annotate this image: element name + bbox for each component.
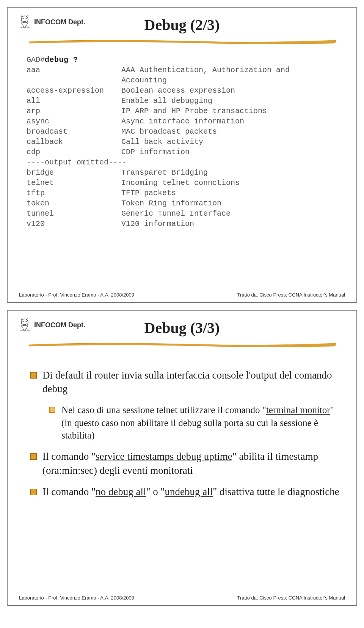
svg-point-5 bbox=[23, 321, 24, 322]
terminal-row: aaaAAA Authentication, Authorization and… bbox=[27, 65, 337, 85]
term-key: tunnel bbox=[27, 208, 121, 219]
term-desc: CDP information bbox=[121, 147, 190, 157]
terminal-row: bridgeTransparet Bridging bbox=[27, 167, 337, 178]
logo-icon: LA SAPIENZA bbox=[19, 15, 30, 29]
svg-point-6 bbox=[26, 321, 27, 322]
term-desc: Call back activity bbox=[121, 137, 203, 147]
term-desc: Generic Tunnel Interface bbox=[121, 208, 231, 219]
footer-right: Tratto da: Cisco Press: CCNA Instructor'… bbox=[237, 292, 345, 298]
term-desc: Incoming telnet connctions bbox=[121, 178, 240, 188]
svg-text:LA SAPIENZA: LA SAPIENZA bbox=[20, 26, 30, 28]
slide-footer: Laboratorio - Prof. Vincenzo Eramo - A.A… bbox=[19, 595, 345, 601]
dept-label: INFOCOM Dept. bbox=[34, 18, 85, 26]
term-key: access-expression bbox=[27, 85, 121, 96]
term-desc: Async interface information bbox=[121, 116, 244, 126]
term-key: tftp bbox=[27, 188, 121, 198]
bullet-4: Il comando "no debug all" o "undebug all… bbox=[30, 485, 341, 499]
term-key: telnet bbox=[27, 178, 121, 188]
term-desc: AAA Authentication, Authorization and Ac… bbox=[121, 65, 337, 85]
cmd-line: GAD#debug ? bbox=[27, 55, 337, 65]
terminal-row: cdpCDP information bbox=[27, 147, 337, 157]
terminal-row: broadcastMAC broadcast packets bbox=[27, 126, 337, 137]
term-desc: Enable all debugging bbox=[121, 96, 212, 106]
slide-title: Debug (2/3) bbox=[144, 16, 220, 36]
terminal-row: telnetIncoming telnet connctions bbox=[27, 178, 337, 188]
terminal-row: asyncAsync interface information bbox=[27, 116, 337, 126]
slide-2: LA SAPIENZA INFOCOM Dept. Debug (3/3) Di… bbox=[7, 310, 357, 606]
term-key: broadcast bbox=[27, 126, 121, 137]
term-desc: Transparet Bridging bbox=[121, 167, 208, 178]
term-key: v120 bbox=[27, 219, 121, 229]
term-desc: IP ARP and HP Probe transactions bbox=[121, 106, 267, 116]
underline-icon bbox=[27, 38, 337, 45]
term-key: aaa bbox=[27, 65, 121, 85]
term-desc: V120 information bbox=[121, 219, 194, 229]
terminal-row: v120V120 information bbox=[27, 219, 337, 229]
term-key: token bbox=[27, 198, 121, 208]
svg-point-1 bbox=[23, 18, 24, 19]
terminal-row: tokenToken Ring information bbox=[27, 198, 337, 208]
omitted-line: ----output omitted---- bbox=[27, 157, 337, 167]
footer-left: Laboratorio - Prof. Vincenzo Eramo - A.A… bbox=[19, 292, 134, 298]
term-key: async bbox=[27, 116, 121, 126]
term-desc: Token Ring information bbox=[121, 198, 221, 208]
term-desc: TFTP packets bbox=[121, 188, 176, 198]
terminal-row: access-expressionBoolean access expressi… bbox=[27, 85, 337, 96]
terminal-row: callbackCall back activity bbox=[27, 137, 337, 147]
term-key: callback bbox=[27, 137, 121, 147]
terminal-row: allEnable all debugging bbox=[27, 96, 337, 106]
terminal-output: GAD#debug ? aaaAAA Authentication, Autho… bbox=[19, 50, 345, 229]
term-key: cdp bbox=[27, 147, 121, 157]
terminal-row: arpIP ARP and HP Probe transactions bbox=[27, 106, 337, 116]
bullet-2: Nel caso di una sessione telnet utilizza… bbox=[38, 404, 341, 442]
term-key: arp bbox=[27, 106, 121, 116]
slide-footer: Laboratorio - Prof. Vincenzo Eramo - A.A… bbox=[19, 292, 345, 298]
dept-label: INFOCOM Dept. bbox=[34, 321, 85, 329]
svg-text:LA SAPIENZA: LA SAPIENZA bbox=[20, 329, 30, 331]
logo-icon: LA SAPIENZA bbox=[19, 318, 30, 332]
bullet-3: Il comando "service timestamps debug upt… bbox=[30, 450, 341, 477]
underline-icon bbox=[27, 341, 337, 348]
slide-title: Debug (3/3) bbox=[144, 319, 220, 339]
term-desc: MAC broadcast packets bbox=[121, 126, 217, 137]
bullet-1: Di default il router invia sulla interfa… bbox=[30, 368, 341, 396]
svg-point-2 bbox=[26, 18, 27, 19]
terminal-row: tunnelGeneric Tunnel Interface bbox=[27, 208, 337, 219]
slide-1: LA SAPIENZA INFOCOM Dept. Debug (2/3) GA… bbox=[7, 7, 357, 303]
content-body: Di default il router invia sulla interfa… bbox=[19, 353, 345, 499]
term-key: all bbox=[27, 96, 121, 106]
footer-left: Laboratorio - Prof. Vincenzo Eramo - A.A… bbox=[19, 595, 134, 601]
term-desc: Boolean access expression bbox=[121, 85, 235, 96]
term-key: bridge bbox=[27, 167, 121, 178]
footer-right: Tratto da: Cisco Press: CCNA Instructor'… bbox=[237, 595, 345, 601]
terminal-row: tftpTFTP packets bbox=[27, 188, 337, 198]
